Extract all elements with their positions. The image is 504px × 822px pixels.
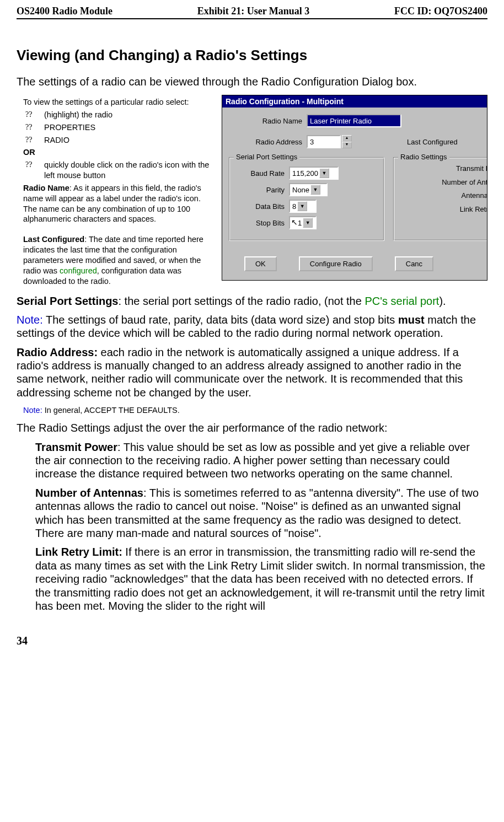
number-antennas-label: Number of Antenn	[398, 176, 487, 190]
serial-port-groupbox: Serial Port Settings Baud Rate 115,200 ▼	[229, 157, 384, 241]
chevron-down-icon[interactable]: ▼	[303, 218, 313, 228]
two-column-section: To view the settings of a particular rad…	[17, 95, 487, 289]
chevron-down-icon[interactable]: ▼	[297, 201, 307, 211]
note-text1: The settings of baud rate, parity, data …	[43, 314, 398, 326]
last-configured-field-label: Last Configured	[407, 138, 458, 146]
note-defaults: Note: In general, ACCEPT THE DEFAULTS.	[17, 406, 487, 415]
header-right: FCC ID: OQ7OS2400	[394, 6, 487, 17]
transmit-power-para: Transmit Power: This value should be set…	[17, 440, 487, 481]
note-label: Note:	[23, 406, 42, 415]
or-label: OR	[23, 147, 215, 158]
radio-address-input[interactable]: 3	[307, 135, 341, 148]
bullet-text: RADIO	[44, 135, 215, 146]
bullet-icon: ??	[25, 135, 39, 146]
configure-radio-button[interactable]: Configure Radio	[299, 256, 373, 271]
data-bits-label: Data Bits	[235, 202, 289, 211]
page-title: Viewing (and Changing) a Radio's Setting…	[17, 47, 487, 64]
antenna-gain-label: Antenna Ga	[398, 189, 487, 203]
list-item: ?? PROPERTIES	[25, 122, 215, 133]
note-label: Note:	[17, 314, 43, 326]
serial-port-para: Serial Port Settings: the serial port se…	[17, 294, 487, 308]
radio-config-dialog: Radio Configuration - Multipoint Radio N…	[222, 95, 487, 281]
cursor-icon: ↖	[291, 218, 298, 227]
header-center: Exhibit 21: User Manual 3	[197, 6, 310, 17]
page-number: 34	[17, 635, 487, 647]
data-bits-value: 8	[292, 202, 296, 211]
serial-port-group-label: Serial Port Settings	[234, 153, 299, 161]
radio-name-desc: Radio Name: As it appears in this field,…	[23, 183, 215, 224]
stop-bits-label: Stop Bits	[235, 219, 289, 227]
transmit-power-heading: Transmit Power	[35, 441, 117, 453]
dialog-body: Radio Name Laser Printer Radio Radio Add…	[222, 108, 487, 279]
dialog-titlebar[interactable]: Radio Configuration - Multipoint	[222, 95, 487, 108]
radio-address-label: Radio Address:	[17, 346, 98, 358]
header-left: OS2400 Radio Module	[17, 6, 112, 17]
intro-text: The settings of a radio can be viewed th…	[17, 75, 487, 88]
link-retry-heading: Link Retry Limit:	[35, 546, 122, 558]
radio-settings-group-label: Radio Settings	[398, 153, 449, 161]
parity-label: Parity	[235, 186, 289, 194]
last-configured-desc: Last Configured: The date and time repor…	[23, 234, 215, 286]
bullet-text: PROPERTIES	[44, 122, 215, 133]
link-retry-label: Link Retry Li	[398, 203, 487, 217]
last-configured-green: configured	[60, 266, 97, 275]
last-configured-label: Last Configured	[23, 235, 84, 244]
dialog-column: Radio Configuration - Multipoint Radio N…	[222, 95, 487, 289]
chevron-down-icon[interactable]: ▼	[310, 185, 320, 195]
bullet-icon: ??	[25, 110, 39, 120]
bullet-icon: ??	[25, 122, 39, 133]
radio-address-para: Radio Address: each radio in the network…	[17, 346, 487, 400]
ok-button[interactable]: OK	[244, 256, 277, 271]
page: OS2400 Radio Module Exhibit 21: User Man…	[0, 0, 504, 658]
data-bits-select[interactable]: 8 ▼	[289, 200, 317, 213]
baud-rate-label: Baud Rate	[235, 169, 289, 178]
link-retry-para: Link Retry Limit: If there is an error i…	[17, 545, 487, 613]
spin-buttons[interactable]: ▲ ▼	[342, 135, 352, 148]
parity-select[interactable]: None ▼	[289, 183, 328, 196]
radio-settings-intro: The Radio Settings adjust the over the a…	[17, 421, 487, 434]
serial-port-green: PC's serial port	[364, 295, 439, 307]
note-baud-para: Note: The settings of baud rate, parity,…	[17, 313, 487, 340]
stop-bits-select[interactable]: ↖ 1 ▼	[289, 216, 317, 229]
spin-up-icon[interactable]: ▲	[342, 135, 352, 142]
serial-port-label: Serial Port Settings	[17, 295, 119, 307]
list-item: ?? (highlight) the radio	[25, 110, 215, 120]
radio-settings-groupbox: Radio Settings Transmit Pow Number of An…	[393, 157, 487, 241]
radio-address-field-label: Radio Address	[239, 138, 307, 146]
note-must: must	[398, 314, 425, 326]
baud-rate-value: 115,200	[292, 169, 318, 178]
number-antennas-para: Number of Antennas: This is sometimes re…	[17, 486, 487, 540]
radio-name-input[interactable]: Laser Printer Radio	[307, 114, 401, 127]
bullet-text: (highlight) the radio	[44, 110, 215, 120]
instructions-column: To view the settings of a particular rad…	[17, 95, 215, 289]
chevron-down-icon[interactable]: ▼	[319, 168, 329, 178]
serial-port-post: ).	[439, 295, 446, 307]
radio-name-label: Radio Name	[23, 184, 69, 192]
note-defaults-text: In general, ACCEPT THE DEFAULTS.	[42, 406, 180, 415]
list-item: ?? RADIO	[25, 135, 215, 146]
baud-rate-select[interactable]: 115,200 ▼	[289, 166, 339, 180]
parity-value: None	[292, 186, 309, 194]
bullet-text: quickly double click on the radio's icon…	[44, 160, 215, 181]
transmit-power-label: Transmit Pow	[398, 162, 487, 176]
instructions-lead: To view the settings of a particular rad…	[23, 97, 215, 108]
cancel-button[interactable]: Canc	[395, 256, 433, 271]
list-item: ?? quickly double click on the radio's i…	[25, 160, 215, 181]
stop-bits-value: 1	[298, 219, 302, 227]
page-header: OS2400 Radio Module Exhibit 21: User Man…	[17, 6, 487, 19]
number-antennas-heading: Number of Antennas	[35, 487, 143, 499]
bullet-icon: ??	[25, 160, 39, 181]
radio-name-field-label: Radio Name	[239, 117, 307, 125]
spin-down-icon[interactable]: ▼	[342, 142, 352, 148]
serial-port-pre: : the serial port settings of the radio …	[119, 295, 365, 307]
